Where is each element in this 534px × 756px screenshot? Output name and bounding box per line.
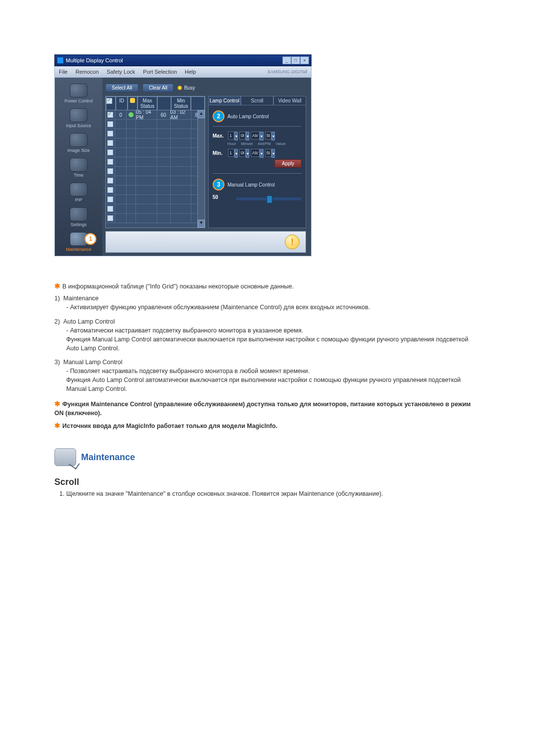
clear-all-button[interactable]: Clear All — [142, 84, 174, 92]
max-value[interactable] — [265, 132, 271, 140]
table-row[interactable] — [106, 129, 205, 139]
select-all-button[interactable]: Select All — [105, 84, 138, 92]
tab-lamp-control[interactable]: Lamp Control — [208, 96, 241, 105]
pip-icon — [70, 183, 88, 196]
callout-1: 1 — [85, 233, 96, 245]
settings-icon — [70, 207, 88, 221]
app-icon — [57, 57, 64, 64]
max-minute[interactable] — [239, 132, 246, 140]
close-button[interactable]: × — [300, 56, 309, 64]
min-ampm[interactable] — [251, 149, 260, 157]
busy-led-icon — [178, 86, 182, 90]
table-row[interactable] — [106, 204, 205, 214]
menu-file[interactable]: File — [55, 67, 72, 76]
sidebar-item-input[interactable]: Input Source — [55, 108, 102, 128]
window-title: Multiple Display Control — [66, 57, 123, 63]
manual-lamp-title: Manual Lamp Control — [227, 182, 275, 188]
chevron-down-icon[interactable]: ▾ — [234, 132, 238, 141]
info-grid: ID Max Status Min Status 005 : 04 PM6003… — [105, 96, 205, 228]
grid-scrollbar[interactable]: ▲ ▼ — [197, 110, 205, 228]
table-row[interactable] — [106, 186, 205, 195]
menu-remocon[interactable]: Remocon — [72, 67, 103, 76]
chevron-down-icon[interactable]: ▾ — [234, 149, 238, 158]
chevron-down-icon[interactable]: ▾ — [246, 149, 249, 158]
busy-indicator: Busy — [178, 85, 195, 91]
max-label: Max. — [213, 133, 226, 139]
info-grid-note: В информационной таблице ("Info Grid") п… — [62, 283, 294, 290]
col-maxval — [157, 96, 171, 110]
note-1: Функция Maintenance Control (управление … — [54, 401, 471, 417]
star-icon: ✱ — [54, 422, 60, 429]
menubar: File Remocon Safety Lock Port Selection … — [54, 66, 312, 78]
col-status — [128, 96, 137, 110]
sidebar-item-maintenance[interactable]: Maintenance 1 — [55, 232, 102, 252]
time-icon — [70, 158, 88, 172]
sidebar-item-settings[interactable]: Settings — [55, 207, 102, 227]
maximize-button[interactable]: □ — [291, 56, 300, 64]
col-check[interactable] — [106, 96, 116, 110]
min-label: Min. — [213, 150, 226, 156]
tab-video-wall[interactable]: Video Wall — [273, 96, 306, 105]
manual-value: 50 — [213, 194, 224, 200]
star-icon: ✱ — [54, 282, 60, 290]
note-2: Источник ввода для MagicInfo работает то… — [62, 423, 277, 429]
col-minval — [191, 96, 205, 110]
min-hour[interactable] — [228, 149, 234, 157]
menu-help[interactable]: Help — [181, 67, 200, 76]
star-icon: ✱ — [54, 400, 60, 408]
step-1: Щелкните на значке "Maintenance" в столб… — [66, 490, 480, 497]
apply-button[interactable]: Apply — [274, 159, 302, 168]
table-row[interactable] — [106, 139, 205, 148]
col-min: Min Status — [171, 96, 191, 110]
brand-label: SAMSUNG DIGITall — [264, 68, 311, 76]
min-minute[interactable] — [239, 149, 246, 157]
auto-lamp-title: Auto Lamp Control — [227, 114, 268, 119]
subsection-title: Scroll — [54, 477, 480, 487]
max-hour[interactable] — [228, 132, 234, 140]
table-row[interactable] — [106, 157, 205, 167]
status-bar: ! — [105, 231, 306, 253]
image-icon — [70, 133, 88, 147]
section-title: Maintenance — [81, 452, 135, 463]
sidebar-item-image[interactable]: Image Size — [55, 133, 102, 153]
maintenance-section-icon — [54, 448, 76, 466]
minimize-button[interactable]: _ — [282, 56, 291, 64]
table-row[interactable]: 005 : 04 PM6003 : 02 AM80 — [106, 110, 205, 120]
callout-3: 3 — [213, 179, 224, 190]
table-row[interactable] — [106, 176, 205, 186]
tab-scroll[interactable]: Scroll — [241, 96, 273, 105]
chevron-down-icon[interactable]: ▾ — [271, 132, 275, 141]
sidebar-item-time[interactable]: Time — [55, 158, 102, 178]
input-icon — [70, 108, 88, 122]
menu-portselection[interactable]: Port Selection — [139, 67, 180, 76]
scroll-down-icon[interactable]: ▼ — [198, 220, 205, 228]
table-row[interactable] — [106, 195, 205, 204]
table-row[interactable] — [106, 167, 205, 176]
sidebar: Power Control Input Source Image Size Ti… — [55, 78, 102, 256]
callout-2: 2 — [213, 110, 224, 122]
chevron-down-icon[interactable]: ▾ — [271, 149, 275, 158]
menu-safetylock[interactable]: Safety Lock — [103, 67, 139, 76]
table-row[interactable] — [106, 214, 205, 223]
manual-lamp-slider[interactable] — [236, 197, 302, 200]
sidebar-item-pip[interactable]: PIP — [55, 183, 102, 202]
warning-icon: ! — [285, 235, 300, 249]
scroll-up-icon[interactable]: ▲ — [198, 110, 205, 118]
table-row[interactable] — [106, 148, 205, 157]
table-row[interactable] — [106, 120, 205, 129]
sidebar-item-power[interactable]: Power Control — [55, 84, 102, 103]
numbered-list: 1)Maintenance- Активизирует функцию упра… — [54, 294, 480, 393]
chevron-down-icon[interactable]: ▾ — [260, 132, 264, 141]
max-ampm[interactable] — [251, 132, 260, 140]
steps-list: Щелкните на значке "Maintenance" в столб… — [54, 490, 480, 497]
window-titlebar: Multiple Display Control _ □ × — [54, 54, 312, 66]
col-max: Max Status — [137, 96, 157, 110]
col-id: ID — [116, 96, 128, 110]
chevron-down-icon[interactable]: ▾ — [260, 149, 264, 158]
chevron-down-icon[interactable]: ▾ — [246, 132, 249, 141]
app-screenshot: Multiple Display Control _ □ × File Remo… — [54, 54, 312, 256]
power-icon — [70, 84, 88, 97]
min-value[interactable] — [265, 149, 271, 157]
